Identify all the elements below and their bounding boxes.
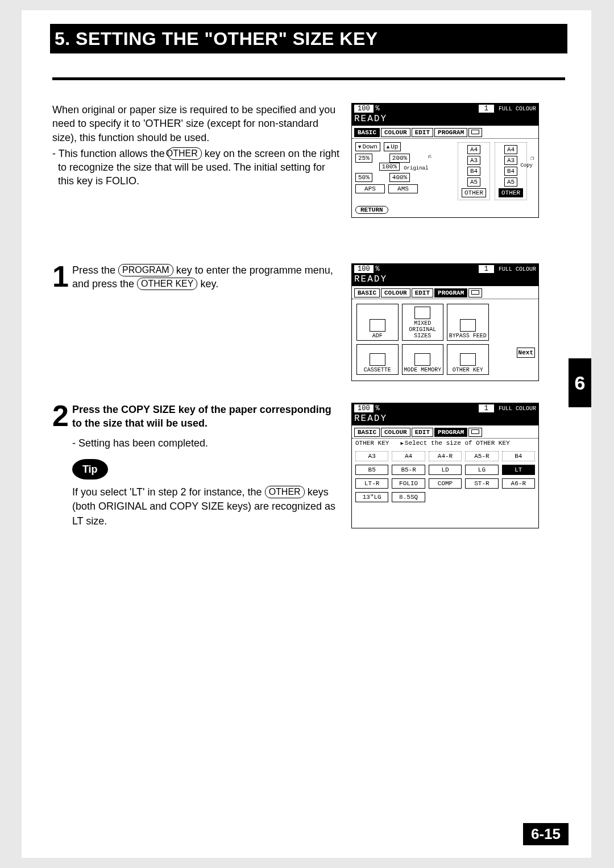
size-folio[interactable]: FOLIO bbox=[392, 478, 425, 489]
size-str[interactable]: ST-R bbox=[465, 478, 498, 489]
size-85sq[interactable]: 8.5SQ bbox=[392, 492, 425, 502]
size-b4[interactable]: B4 bbox=[502, 451, 535, 461]
return-button[interactable]: RETURN bbox=[355, 206, 388, 214]
size-a6r[interactable]: A6-R bbox=[502, 478, 535, 489]
copy-count-3: 1 bbox=[479, 404, 494, 412]
ratio-num-2: 100 bbox=[354, 265, 374, 273]
aps-button[interactable]: APS bbox=[355, 184, 385, 193]
zoom-400[interactable]: 400% bbox=[389, 173, 410, 182]
tab-row: BASIC COLOUR EDIT PROGRAM bbox=[352, 126, 538, 139]
cassette-icon bbox=[370, 353, 385, 366]
tab-basic-3[interactable]: BASIC bbox=[354, 428, 380, 437]
down-button[interactable]: Down bbox=[355, 142, 380, 151]
size-a5-orig[interactable]: A5 bbox=[467, 177, 480, 187]
cell-adf-label: ADF bbox=[372, 333, 383, 339]
size-ltr[interactable]: LT-R bbox=[355, 478, 388, 489]
size-a5-copy[interactable]: A5 bbox=[504, 177, 517, 187]
cell-modemem[interactable]: MODE MEMORY bbox=[402, 344, 444, 375]
tab-colour-3[interactable]: COLOUR bbox=[381, 428, 410, 437]
size-lt[interactable]: LT bbox=[502, 465, 535, 475]
step-2-number: 2 bbox=[52, 403, 69, 528]
tab-extra-icon[interactable] bbox=[468, 128, 482, 137]
cell-otherkey[interactable]: OTHER KEY bbox=[447, 344, 489, 375]
size-other-orig[interactable]: OTHER bbox=[462, 188, 486, 197]
ams-button[interactable]: AMS bbox=[388, 184, 418, 193]
cell-mixed[interactable]: MIXED ORIGINAL SIZES bbox=[402, 304, 444, 341]
next-button[interactable]: Next bbox=[517, 348, 535, 358]
size-a3-copy[interactable]: A3 bbox=[504, 156, 517, 165]
size-b4-copy[interactable]: B4 bbox=[504, 167, 517, 176]
screen2-header: 100% 1FULL COLOUR bbox=[352, 264, 538, 274]
size-comp[interactable]: COMP bbox=[429, 478, 462, 489]
tab-edit[interactable]: EDIT bbox=[412, 128, 433, 137]
tab-extra-icon-2[interactable] bbox=[468, 288, 482, 297]
tab-edit-3[interactable]: EDIT bbox=[412, 428, 433, 437]
cell-bypass[interactable]: BYPASS FEED bbox=[447, 304, 489, 341]
size-a4-copy[interactable]: A4 bbox=[504, 145, 517, 154]
up-button[interactable]: Up bbox=[384, 142, 401, 151]
cell-adf[interactable]: ADF bbox=[356, 304, 399, 341]
size-a4r[interactable]: A4-R bbox=[429, 451, 462, 461]
size-grid: A3A4A4-RA5-RB4B5B5-RLDLGLTLT-RFOLIOCOMPS… bbox=[352, 448, 538, 506]
screen-basic: 100% 1FULL COLOUR READY BASIC COLOUR EDI… bbox=[351, 103, 539, 218]
otherkey-instruction: Select the size of OTHER KEY bbox=[400, 440, 509, 447]
tab-edit-2[interactable]: EDIT bbox=[412, 288, 433, 297]
cell-bypass-label: BYPASS FEED bbox=[449, 333, 487, 339]
cell-cassette[interactable]: CASSETTE bbox=[356, 344, 399, 375]
size-13lg[interactable]: 13"LG bbox=[355, 492, 388, 502]
size-a3[interactable]: A3 bbox=[355, 451, 388, 461]
size-a4-orig[interactable]: A4 bbox=[467, 145, 480, 154]
tip-badge: Tip bbox=[72, 459, 108, 480]
ratio-num: 100 bbox=[354, 105, 374, 113]
tip-pre: If you select 'LT' in step 2 for instanc… bbox=[72, 486, 265, 498]
screen-otherkey: 100% 1FULL COLOUR READY BASIC COLOUR EDI… bbox=[351, 403, 539, 528]
adf-icon bbox=[370, 319, 385, 332]
tab-basic[interactable]: BASIC bbox=[354, 128, 380, 137]
ratio-num-3: 100 bbox=[354, 404, 374, 412]
screen-header: 100% 1FULL COLOUR bbox=[352, 104, 538, 114]
screen3-subheader: OTHER KEY Select the size of OTHER KEY bbox=[352, 439, 538, 448]
intro-text: When original or paper size is required … bbox=[52, 103, 341, 218]
modemem-icon bbox=[414, 353, 430, 366]
zoom-100[interactable]: 100% bbox=[379, 163, 400, 171]
step-1-number: 1 bbox=[52, 263, 69, 381]
tab-row-3: BASIC COLOUR EDIT PROGRAM bbox=[352, 425, 538, 439]
tip-other-keycap: OTHER bbox=[265, 486, 305, 498]
size-b4-orig[interactable]: B4 bbox=[467, 167, 480, 176]
size-other-copy[interactable]: OTHER bbox=[499, 188, 523, 197]
size-ld[interactable]: LD bbox=[429, 465, 462, 475]
size-a3-orig[interactable]: A3 bbox=[467, 156, 480, 165]
tab-basic-2[interactable]: BASIC bbox=[354, 288, 380, 297]
original-label: Original bbox=[404, 166, 428, 171]
step2-note: - Setting has been completed. bbox=[72, 436, 341, 450]
original-icon: ⎌ bbox=[428, 154, 432, 163]
ratio-unit: % bbox=[376, 105, 380, 113]
size-a5r[interactable]: A5-R bbox=[465, 451, 498, 461]
tab-program[interactable]: PROGRAM bbox=[434, 128, 467, 137]
size-lg[interactable]: LG bbox=[465, 465, 498, 475]
otherkey-title: OTHER KEY bbox=[355, 440, 389, 447]
zoom-25[interactable]: 25% bbox=[355, 154, 372, 163]
tab-program-3[interactable]: PROGRAM bbox=[434, 428, 467, 437]
tab-colour-2[interactable]: COLOUR bbox=[381, 288, 410, 297]
tab-colour[interactable]: COLOUR bbox=[381, 128, 410, 137]
zoom-50[interactable]: 50% bbox=[355, 173, 372, 182]
page-title: 5. SETTING THE "OTHER" SIZE KEY bbox=[50, 24, 567, 53]
mixed-icon bbox=[414, 307, 430, 319]
other-keycap: OTHER bbox=[168, 147, 202, 160]
program-keycap: PROGRAM bbox=[118, 264, 173, 276]
copy-icon: ❐ bbox=[530, 155, 534, 162]
cell-otherkey-label: OTHER KEY bbox=[453, 367, 483, 373]
intro-p2-pre: - This function allows the bbox=[52, 148, 168, 159]
tab-extra-icon-3[interactable] bbox=[468, 428, 482, 437]
step1-post: key. bbox=[200, 278, 218, 290]
zoom-200[interactable]: 200% bbox=[389, 154, 410, 163]
intro-p1: When original or paper size is required … bbox=[52, 103, 341, 144]
size-b5r[interactable]: B5-R bbox=[392, 465, 425, 475]
tip-text: If you select 'LT' in step 2 for instanc… bbox=[72, 485, 341, 528]
size-b5[interactable]: B5 bbox=[355, 465, 388, 475]
bypass-icon bbox=[460, 319, 476, 332]
size-a4[interactable]: A4 bbox=[392, 451, 425, 461]
tab-program-2[interactable]: PROGRAM bbox=[434, 288, 467, 297]
step-2-text: Press the COPY SIZE key of the paper cor… bbox=[72, 403, 341, 528]
